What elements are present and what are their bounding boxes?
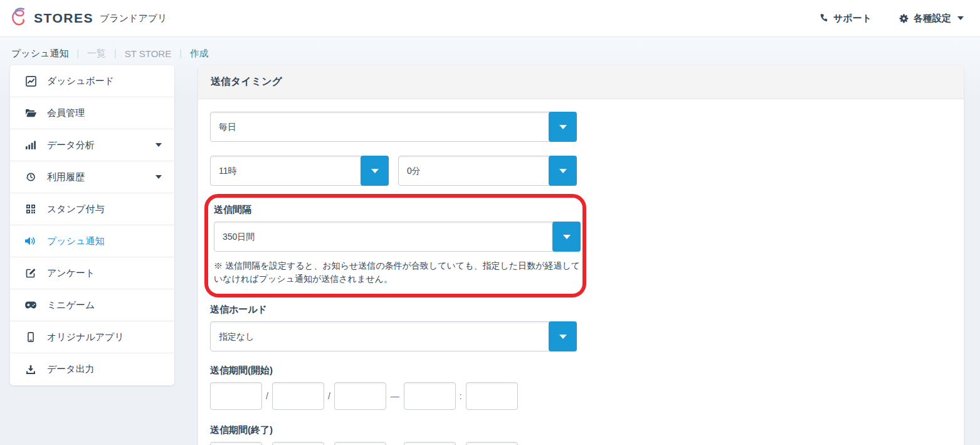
hold-select[interactable]: 指定なし bbox=[210, 321, 577, 351]
stores-logo[interactable]: STORES ブランドアプリ bbox=[10, 7, 167, 30]
interval-select[interactable]: 350日間 bbox=[214, 222, 581, 252]
date-separator: : bbox=[456, 391, 466, 401]
sidebar-item-stamps[interactable]: スタンプ付与 bbox=[10, 193, 174, 225]
gamepad-icon bbox=[24, 301, 37, 309]
caret-down-icon bbox=[559, 169, 567, 173]
interval-select-dropdown-button[interactable] bbox=[552, 222, 581, 252]
period-start-month-input[interactable] bbox=[272, 382, 324, 410]
annotation-highlight: 送信間隔 350日間 ※ 送信間隔を設定すると、お知らせ送信の条件が合致していて… bbox=[204, 194, 586, 298]
period-end-year-input[interactable] bbox=[210, 442, 262, 445]
sidebar-item-members[interactable]: 会員管理 bbox=[10, 97, 174, 129]
hold-select-dropdown-button[interactable] bbox=[549, 321, 577, 351]
period-end-hour-input[interactable] bbox=[404, 442, 456, 445]
period-end-row: / / — : bbox=[210, 442, 951, 445]
breadcrumb-list: 一覧 bbox=[87, 48, 106, 60]
sidebar-item-data-export[interactable]: データ出力 bbox=[10, 353, 174, 385]
breadcrumb-store: ST STORE bbox=[125, 48, 171, 59]
sidebar: ダッシュボード 会員管理 データ分析 利用履歴 bbox=[10, 65, 174, 385]
bar-chart-icon bbox=[24, 141, 37, 149]
hold-select-value: 指定なし bbox=[211, 322, 576, 351]
breadcrumb-push-notification[interactable]: プッシュ通知 bbox=[11, 48, 68, 60]
breadcrumb-separator: | bbox=[76, 48, 79, 58]
period-start-minute-input[interactable] bbox=[466, 382, 518, 410]
panel-title: 送信タイミング bbox=[211, 75, 282, 88]
sidebar-item-label: オリジナルアプリ bbox=[47, 331, 124, 343]
brand-suffix: ブランドアプリ bbox=[100, 13, 167, 24]
interval-label: 送信間隔 bbox=[214, 204, 582, 216]
chevron-down-icon bbox=[957, 16, 964, 20]
sidebar-item-history[interactable]: 利用履歴 bbox=[10, 161, 174, 193]
frequency-select[interactable]: 毎日 bbox=[210, 112, 577, 142]
frequency-select-dropdown-button[interactable] bbox=[549, 112, 577, 142]
panel-header: 送信タイミング bbox=[198, 65, 964, 99]
qrcode-icon bbox=[24, 205, 37, 213]
period-start-label: 送信期間(開始) bbox=[210, 365, 951, 377]
history-icon bbox=[24, 172, 37, 182]
period-end-minute-input[interactable] bbox=[466, 442, 518, 445]
volume-icon bbox=[24, 237, 37, 245]
minute-select-dropdown-button[interactable] bbox=[549, 156, 577, 186]
support-label: サポート bbox=[833, 13, 872, 24]
date-separator: / bbox=[324, 391, 334, 401]
caret-down-icon bbox=[563, 235, 571, 239]
hold-label: 送信ホールド bbox=[210, 304, 951, 316]
caret-down-icon bbox=[559, 125, 567, 129]
sidebar-item-label: データ分析 bbox=[47, 139, 95, 151]
send-timing-panel: 送信タイミング 毎日 11時 0分 bbox=[198, 65, 964, 445]
hour-select-dropdown-button[interactable] bbox=[361, 156, 389, 186]
support-link[interactable]: サポート bbox=[819, 13, 872, 24]
sidebar-item-label: 利用履歴 bbox=[47, 171, 85, 183]
download-icon bbox=[24, 365, 37, 375]
folder-open-icon bbox=[24, 109, 37, 117]
settings-menu[interactable]: 各種設定 bbox=[899, 13, 964, 24]
sidebar-item-label: アンケート bbox=[47, 267, 95, 279]
stores-logo-icon bbox=[10, 7, 28, 30]
sidebar-item-original-app[interactable]: オリジナルアプリ bbox=[10, 321, 174, 353]
caret-down-icon bbox=[155, 175, 162, 179]
date-separator: — bbox=[386, 391, 404, 401]
date-separator: / bbox=[262, 391, 272, 401]
sidebar-item-push-notification[interactable]: プッシュ通知 bbox=[10, 225, 174, 257]
page-background: プッシュ通知 | 一覧 | ST STORE | 作成 ダッシュボード 会員管理 bbox=[0, 37, 980, 445]
hour-select[interactable]: 11時 bbox=[210, 156, 389, 186]
period-end-day-input[interactable] bbox=[334, 442, 386, 445]
frequency-select-value: 毎日 bbox=[211, 112, 576, 141]
breadcrumb-separator: | bbox=[114, 48, 117, 58]
chart-line-icon bbox=[24, 76, 37, 87]
period-start-hour-input[interactable] bbox=[404, 382, 456, 410]
interval-note: ※ 送信間隔を設定すると、お知らせ送信の条件が合致していても、指定した日数が経過… bbox=[214, 259, 582, 286]
breadcrumb-create[interactable]: 作成 bbox=[190, 48, 209, 60]
sidebar-item-survey[interactable]: アンケート bbox=[10, 257, 174, 289]
period-start-year-input[interactable] bbox=[210, 382, 262, 410]
mobile-icon bbox=[24, 332, 37, 342]
top-bar: STORES ブランドアプリ サポート bbox=[0, 0, 980, 37]
pen-square-icon bbox=[24, 268, 37, 278]
breadcrumb: プッシュ通知 | 一覧 | ST STORE | 作成 bbox=[0, 37, 980, 60]
sidebar-item-dashboard[interactable]: ダッシュボード bbox=[10, 65, 174, 97]
period-start-day-input[interactable] bbox=[334, 382, 386, 410]
sidebar-item-label: 会員管理 bbox=[47, 107, 85, 119]
sidebar-item-analytics[interactable]: データ分析 bbox=[10, 129, 174, 161]
sidebar-item-minigame[interactable]: ミニゲーム bbox=[10, 289, 174, 321]
sidebar-item-label: スタンプ付与 bbox=[47, 203, 104, 215]
period-end-label: 送信期間(終了) bbox=[210, 424, 951, 436]
caret-down-icon bbox=[371, 169, 379, 173]
sidebar-item-label: ダッシュボード bbox=[47, 75, 114, 87]
minute-select[interactable]: 0分 bbox=[398, 156, 577, 186]
sidebar-item-label: ミニゲーム bbox=[47, 299, 95, 311]
gear-icon bbox=[899, 14, 909, 23]
caret-down-icon bbox=[155, 143, 162, 147]
period-end-month-input[interactable] bbox=[272, 442, 324, 445]
period-start-row: / / — : bbox=[210, 382, 951, 410]
sidebar-item-label: プッシュ通知 bbox=[47, 235, 104, 247]
phone-icon bbox=[819, 14, 828, 23]
breadcrumb-separator: | bbox=[179, 48, 182, 58]
brand-name: STORES bbox=[34, 11, 93, 26]
caret-down-icon bbox=[559, 335, 567, 339]
interval-select-value: 350日間 bbox=[214, 222, 580, 251]
settings-label: 各種設定 bbox=[914, 13, 951, 24]
sidebar-item-label: データ出力 bbox=[47, 363, 95, 375]
